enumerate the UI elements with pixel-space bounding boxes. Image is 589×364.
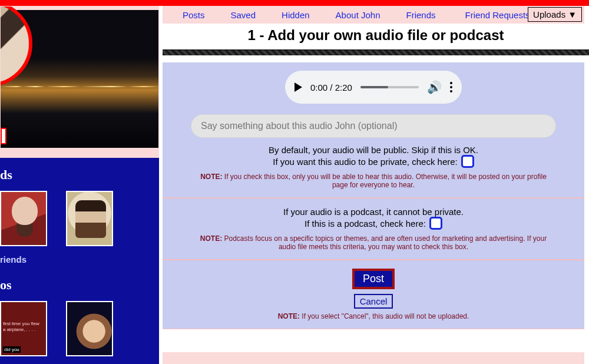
audio-time: 0:00 / 2:20 (310, 82, 352, 92)
title-divider (163, 49, 589, 55)
panel-podcast: If your audio is a podcast, it cannot be… (163, 198, 584, 260)
friend-thumbs-row (0, 186, 159, 249)
tab-hidden[interactable]: Hidden (269, 8, 323, 22)
tab-bar: Posts Saved Hidden About John Friends Fr… (163, 6, 584, 24)
post-button[interactable]: Post (352, 269, 395, 289)
post-thumb-1-line3: did you (3, 346, 21, 353)
cover-chip (1, 128, 6, 144)
bottom-pink-strip (163, 352, 584, 364)
cancel-note-label: NOTE: (278, 312, 300, 320)
tab-saved[interactable]: Saved (218, 8, 269, 22)
post-thumb-1-line1: first time you flew (3, 321, 39, 326)
podcast-note: NOTE: Podcasts focus on a specific topic… (163, 234, 584, 251)
cancel-note: NOTE: If you select "Cancel", this audio… (163, 312, 584, 320)
post-thumb-1[interactable]: first time you flew a airplane, . . . . … (0, 301, 47, 356)
cover-area (0, 6, 159, 158)
post-thumb-1-line2: a airplane, . . . . (3, 327, 35, 332)
podcast-info-line1: If your audio is a podcast, it cannot be… (163, 207, 584, 217)
tab-uploads[interactable]: Uploads ▼ (528, 7, 582, 22)
post-thumb-2[interactable] (66, 301, 113, 356)
podcast-row: If this is a podcast, check here: (163, 217, 584, 230)
volume-icon[interactable]: 🔊 (427, 80, 442, 94)
section2-thumbs-row: first time you flew a airplane, . . . . … (0, 296, 159, 359)
chevron-down-icon: ▼ (568, 9, 577, 19)
private-note: NOTE: If you check this box, only you wi… (163, 173, 584, 189)
main-column: Posts Saved Hidden About John Friends Fr… (163, 6, 589, 329)
podcast-note-label: NOTE: (200, 234, 222, 243)
friend-thumb-2[interactable] (66, 191, 113, 246)
audio-seek-track[interactable] (360, 86, 419, 88)
panel-actions: Post Cancel NOTE: If you select "Cancel"… (163, 260, 584, 329)
panel-audio: 0:00 / 2:20 🔊 By default, your audio wil… (163, 62, 584, 198)
sidebar-friends-heading: ds (0, 164, 159, 186)
cancel-note-text: If you select "Cancel", this audio will … (300, 312, 469, 320)
private-note-label: NOTE: (200, 173, 222, 181)
left-column: ds riends os first time you flew a airpl… (0, 6, 159, 364)
audio-player[interactable]: 0:00 / 2:20 🔊 (285, 71, 462, 104)
podcast-checkbox[interactable] (429, 217, 442, 230)
private-row: If you want this audio to be private, ch… (163, 155, 584, 168)
tab-friends[interactable]: Friends (393, 8, 452, 22)
sidebar-section2-heading: os (0, 274, 159, 296)
private-note-text: If you check this box, only you will be … (223, 173, 547, 189)
cancel-button[interactable]: Cancel (354, 294, 393, 309)
sidebar: ds riends os first time you flew a airpl… (0, 158, 159, 364)
friend-thumb-1[interactable] (0, 191, 47, 246)
tab-uploads-label: Uploads (533, 9, 565, 19)
public-info-line1: By default, your audio will be public. S… (163, 145, 584, 155)
tab-posts[interactable]: Posts (170, 8, 218, 22)
play-icon[interactable] (294, 82, 302, 92)
audio-caption-input[interactable] (191, 114, 556, 138)
top-red-bar (0, 0, 589, 6)
sidebar-friends-sub[interactable]: riends (0, 249, 159, 274)
podcast-note-text: Podcasts focus on a specific topics or t… (222, 234, 547, 251)
podcast-label: If this is a podcast, check here: (305, 219, 426, 229)
tab-about[interactable]: About John (323, 8, 393, 22)
private-checkbox[interactable] (461, 155, 474, 168)
private-label: If you want this audio to be private, ch… (273, 157, 458, 167)
audio-menu-icon[interactable] (450, 82, 452, 92)
page-title: 1 - Add your own audio file or podcast (163, 24, 589, 49)
